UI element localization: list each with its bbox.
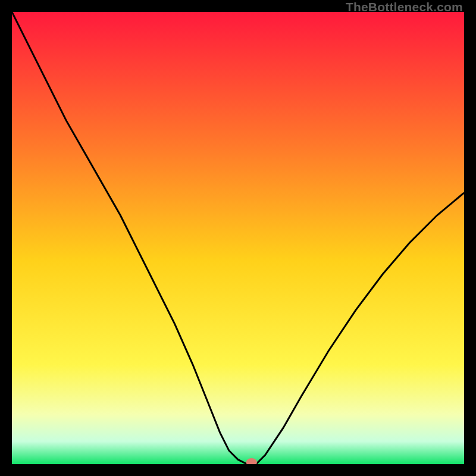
chart-frame: TheBottleneck.com [0, 0, 476, 476]
bottleneck-chart [12, 12, 464, 464]
gradient-background [12, 12, 464, 464]
